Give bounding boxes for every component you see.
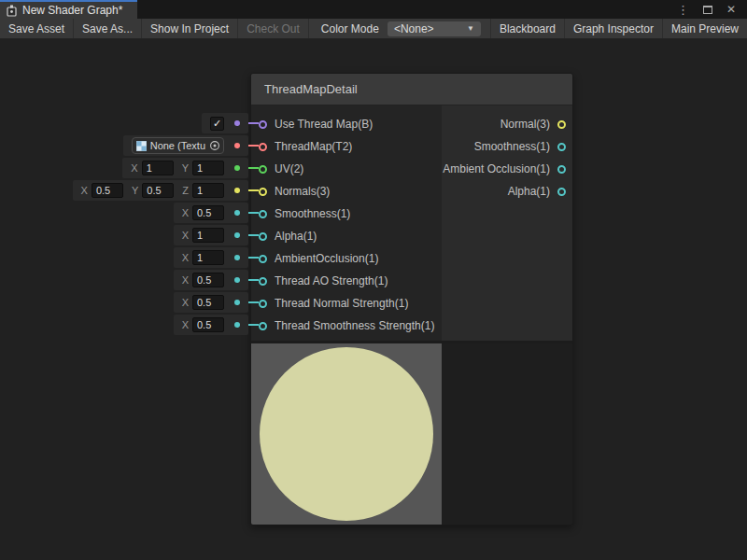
port-connector-dot bbox=[234, 322, 240, 328]
input-port-label: ThreadMap(T2) bbox=[275, 140, 352, 153]
input-row-use-thread-map-b: Use Thread Map(B) bbox=[251, 113, 442, 135]
check-out-button: Check Out bbox=[238, 19, 309, 38]
input-control-strip: X0.5 bbox=[174, 203, 248, 223]
tab-new-shader-graph[interactable]: New Shader Graph* bbox=[0, 0, 137, 19]
port-connector-wire bbox=[248, 212, 259, 214]
number-input-z[interactable]: 1 bbox=[192, 183, 224, 198]
input-port-float-icon[interactable] bbox=[259, 210, 267, 218]
input-port-vector3-icon[interactable] bbox=[259, 188, 267, 196]
input-port-label: Smoothness(1) bbox=[275, 207, 350, 220]
input-control-row-use-thread-map-b: ✓ bbox=[202, 113, 259, 133]
output-row-smoothness-1: Smoothness(1) bbox=[442, 135, 572, 158]
input-port-texture2d-icon[interactable] bbox=[259, 143, 267, 151]
save-as-button[interactable]: Save As... bbox=[74, 19, 142, 38]
port-connector-wire bbox=[248, 145, 259, 147]
chevron-down-icon: ▼ bbox=[467, 24, 474, 33]
input-port-label: Thread Smoothness Strength(1) bbox=[275, 319, 434, 332]
number-input-x[interactable]: 0.5 bbox=[192, 273, 224, 287]
node-title: ThreadMapDetail bbox=[264, 82, 358, 96]
input-control-strip: X1Y1 bbox=[122, 158, 248, 178]
shader-graph-asset-icon bbox=[6, 5, 18, 17]
input-port-float-icon[interactable] bbox=[259, 277, 267, 286]
show-in-project-button[interactable]: Show In Project bbox=[142, 19, 238, 38]
main-preview-button[interactable]: Main Preview bbox=[662, 19, 747, 38]
axis-label-x: X bbox=[131, 162, 137, 174]
input-control-strip: X0.5 bbox=[174, 270, 248, 290]
output-port-label: Normal(3) bbox=[500, 118, 550, 131]
input-control-row-thread-ao-strength-1: X0.5 bbox=[174, 270, 259, 290]
color-mode-value: <None> bbox=[394, 22, 434, 35]
input-port-float-icon[interactable] bbox=[259, 322, 267, 330]
input-control-row-normals-3: X0.5Y0.5Z1 bbox=[73, 180, 259, 201]
axis-label-x: X bbox=[182, 207, 189, 218]
node-threadmapdetail[interactable]: ThreadMapDetail Use Thread Map(B)ThreadM… bbox=[250, 73, 573, 525]
color-mode-dropdown[interactable]: <None> ▼ bbox=[388, 21, 481, 36]
number-input-x[interactable]: 0.5 bbox=[192, 317, 224, 332]
graph-canvas[interactable]: ThreadMapDetail Use Thread Map(B)ThreadM… bbox=[0, 39, 747, 559]
port-connector-wire bbox=[248, 279, 259, 281]
output-port-label: Alpha(1) bbox=[508, 185, 550, 198]
node-title-bar[interactable]: ThreadMapDetail bbox=[251, 74, 572, 105]
object-picker-icon[interactable] bbox=[209, 140, 220, 151]
port-connector-wire bbox=[248, 167, 259, 169]
input-port-label: Thread AO Strength(1) bbox=[275, 274, 388, 287]
texture-object-field[interactable]: None (Textu bbox=[132, 137, 224, 154]
port-connector-dot bbox=[234, 120, 240, 126]
node-port-area: Use Thread Map(B)ThreadMap(T2)UV(2)Norma… bbox=[251, 105, 572, 341]
port-connector-dot bbox=[234, 277, 240, 283]
input-port-vector2-icon[interactable] bbox=[259, 165, 267, 174]
graph-inspector-button[interactable]: Graph Inspector bbox=[564, 19, 662, 38]
input-row-thread-smoothness-strength-1: Thread Smoothness Strength(1) bbox=[251, 315, 442, 337]
port-connector-dot bbox=[234, 300, 240, 305]
input-control-row-alpha-1: X1 bbox=[174, 225, 259, 245]
input-row-uv-2: UV(2) bbox=[251, 158, 442, 180]
checkbox-use-thread-map-b[interactable]: ✓ bbox=[210, 117, 224, 131]
blackboard-button[interactable]: Blackboard bbox=[490, 19, 564, 38]
number-input-x[interactable]: 0.5 bbox=[92, 183, 123, 198]
input-control-row-thread-smoothness-strength-1: X0.5 bbox=[174, 315, 259, 335]
input-row-smoothness-1: Smoothness(1) bbox=[251, 203, 442, 225]
port-connector-dot bbox=[234, 188, 240, 193]
texture-object-value: None (Textu bbox=[150, 140, 205, 151]
number-input-y[interactable]: 0.5 bbox=[142, 183, 174, 198]
tab-title: New Shader Graph* bbox=[22, 4, 122, 17]
output-port-float-icon[interactable] bbox=[557, 188, 566, 196]
number-input-x[interactable]: 0.5 bbox=[192, 295, 224, 310]
number-input-y[interactable]: 1 bbox=[192, 161, 224, 175]
window-controls: ⋮ ✕ bbox=[677, 0, 747, 19]
output-row-ambient-occlusion-1: Ambient Occlusion(1) bbox=[442, 158, 572, 180]
axis-label-x: X bbox=[182, 252, 189, 263]
port-connector-dot bbox=[234, 143, 240, 148]
input-port-float-icon[interactable] bbox=[259, 232, 267, 241]
input-row-alpha-1: Alpha(1) bbox=[251, 225, 442, 247]
number-input-x[interactable]: 1 bbox=[142, 161, 174, 175]
save-asset-button[interactable]: Save Asset bbox=[0, 19, 74, 38]
input-port-boolean-icon[interactable] bbox=[259, 120, 267, 129]
input-port-label: Use Thread Map(B) bbox=[275, 118, 373, 131]
close-icon[interactable]: ✕ bbox=[726, 4, 736, 15]
input-port-float-icon[interactable] bbox=[259, 255, 267, 263]
port-connector-dot bbox=[234, 210, 240, 216]
output-port-float-icon[interactable] bbox=[557, 165, 566, 174]
output-port-label: Ambient Occlusion(1) bbox=[443, 162, 550, 175]
port-connector-wire bbox=[248, 234, 259, 236]
input-control-row-thread-normal-strength-1: X0.5 bbox=[174, 292, 259, 313]
graph-toolbar: Save Asset Save As... Show In Project Ch… bbox=[0, 19, 747, 39]
number-input-x[interactable]: 1 bbox=[192, 250, 224, 265]
port-connector-wire bbox=[248, 301, 259, 303]
number-input-x[interactable]: 0.5 bbox=[192, 205, 224, 220]
port-connector-wire bbox=[248, 257, 259, 259]
preview-filler bbox=[442, 343, 572, 525]
output-port-float-icon[interactable] bbox=[557, 143, 566, 151]
kebab-menu-icon[interactable]: ⋮ bbox=[677, 4, 689, 16]
maximize-icon[interactable] bbox=[703, 6, 712, 14]
input-port-float-icon[interactable] bbox=[259, 300, 267, 308]
axis-label-y: Y bbox=[132, 185, 138, 196]
input-row-normals-3: Normals(3) bbox=[251, 180, 442, 203]
axis-label-x: X bbox=[182, 319, 189, 330]
port-connector-dot bbox=[234, 255, 240, 260]
input-control-row-threadmap-t2: None (Textu bbox=[123, 135, 259, 156]
number-input-x[interactable]: 1 bbox=[192, 228, 224, 243]
color-mode-label: Color Mode bbox=[316, 22, 388, 35]
output-port-vector3-icon[interactable] bbox=[557, 120, 566, 129]
